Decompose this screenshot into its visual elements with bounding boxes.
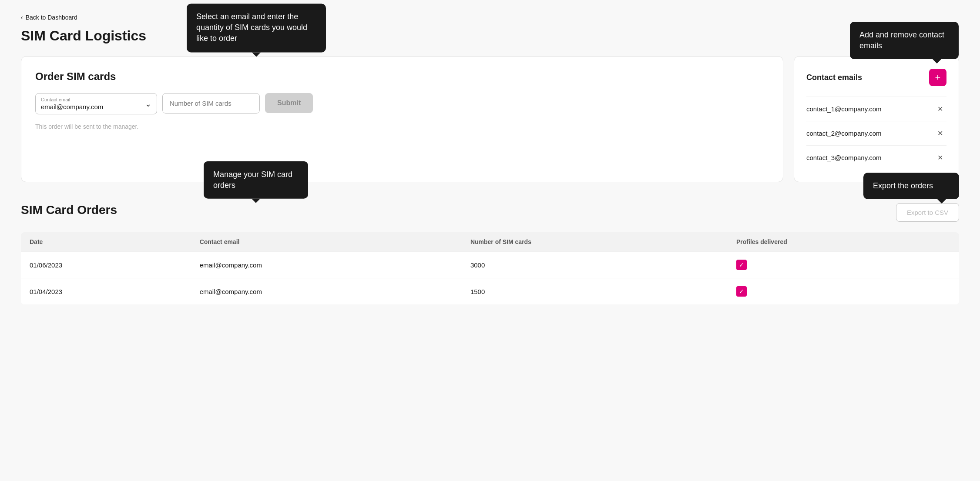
plus-icon: + [935,72,941,83]
contact-card-title: Contact emails [806,73,862,82]
delivered-checkbox-1[interactable]: ✓ [736,260,747,270]
contact-email-2: contact_2@company.com [806,130,882,137]
contact-email-1: contact_1@company.com [806,105,882,113]
order-form-row: Contact email email@company.com ⌄ Submit [35,93,769,114]
submit-label: Submit [277,99,301,107]
order-note: This order will be sent to the manager. [35,123,769,130]
contact-card-header: Contact emails + [806,69,946,86]
row-email-1: email@company.com [191,252,462,278]
row-email-2: email@company.com [191,278,462,305]
export-tooltip: Export the orders [863,173,959,199]
row-date-1: 01/06/2023 [21,252,191,278]
export-label: Export to CSV [907,209,948,216]
add-contact-button[interactable]: + [929,69,946,86]
remove-contact-3-button[interactable]: ✕ [934,152,946,164]
manage-tooltip: Manage your SIM card orders [204,161,308,199]
contact-email-value: email@company.com [41,103,139,110]
sim-count-input[interactable] [162,93,260,114]
list-item: contact_3@company.com ✕ [806,145,946,170]
order-card-title: Order SIM cards [35,70,769,83]
export-tooltip-text: Export the orders [873,181,933,190]
row-date-2: 01/04/2023 [21,278,191,305]
remove-contact-1-button[interactable]: ✕ [934,103,946,115]
table-row: 01/06/2023 email@company.com 3000 ✓ [21,252,959,278]
chevron-left-icon: ‹ [21,14,23,21]
table-row: 01/04/2023 email@company.com 1500 ✓ Mark… [21,278,959,305]
list-item: contact_2@company.com ✕ [806,121,946,145]
contact-email-3: contact_3@company.com [806,154,882,161]
order-card: Select an email and enter the quantity o… [21,56,783,182]
col-sim-count: Number of SIM cards [462,232,728,252]
top-section: Select an email and enter the quantity o… [21,56,959,182]
contact-email-label: Contact email [41,97,139,102]
back-link-label: Back to Dashboard [26,14,77,21]
col-delivered: Profiles delivered [728,232,959,252]
table-header: Date Contact email Number of SIM cards P… [21,232,959,252]
orders-table: Date Contact email Number of SIM cards P… [21,232,959,304]
table-body: 01/06/2023 email@company.com 3000 ✓ 01/0… [21,252,959,305]
remove-contact-2-button[interactable]: ✕ [934,127,946,139]
delivered-checkbox-2[interactable]: ✓ [736,286,747,297]
orders-title: SIM Card Orders [21,203,117,217]
export-csv-button[interactable]: Export to CSV [896,203,959,222]
row-sim-1: 3000 [462,252,728,278]
manage-tooltip-text: Manage your SIM card orders [213,170,292,190]
col-date: Date [21,232,191,252]
order-tooltip-text: Select an email and enter the quantity o… [196,12,307,43]
row-sim-2: 1500 [462,278,728,305]
list-item: contact_1@company.com ✕ [806,97,946,121]
row-delivered-2: ✓ Mark as delivered [728,278,959,305]
contact-card: Add and remove contact emails Contact em… [794,56,959,182]
orders-section: SIM Card Orders Manage your SIM card ord… [21,203,959,304]
orders-title-area: SIM Card Orders Manage your SIM card ord… [21,203,117,217]
back-link[interactable]: ‹ Back to Dashboard [21,14,959,21]
submit-button[interactable]: Submit [265,93,313,113]
contact-tooltip: Add and remove contact emails [850,22,959,59]
row-delivered-1: ✓ [728,252,959,278]
page-title: SIM Card Logistics [21,28,959,44]
chevron-down-icon: ⌄ [145,99,151,109]
orders-header: SIM Card Orders Manage your SIM card ord… [21,203,959,222]
contact-email-select[interactable]: Contact email email@company.com ⌄ [35,93,157,114]
export-area: Export the orders Export to CSV [896,203,959,222]
contact-tooltip-text: Add and remove contact emails [859,30,944,50]
order-tooltip: Select an email and enter the quantity o… [187,3,326,52]
col-email: Contact email [191,232,462,252]
